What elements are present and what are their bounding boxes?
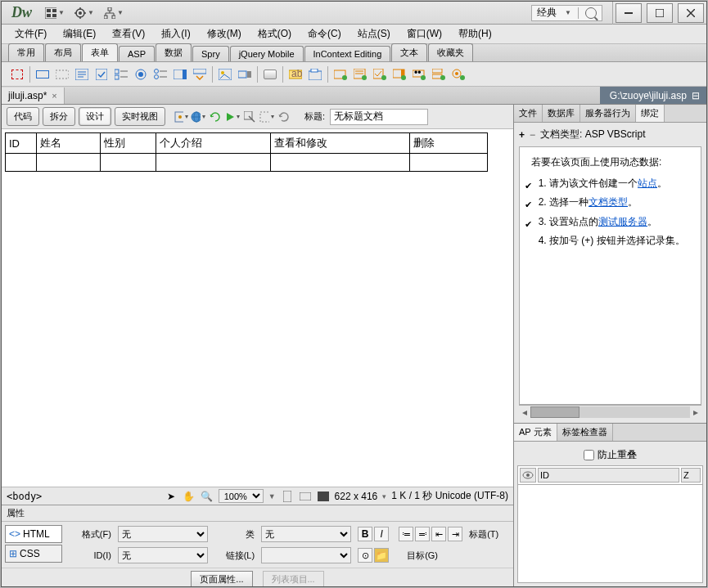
cell[interactable] <box>271 154 410 172</box>
rtab-ap-elements[interactable]: AP 元素 <box>514 424 557 441</box>
zoom-icon[interactable]: 🔍 <box>201 490 214 503</box>
spry-textarea-icon[interactable] <box>351 65 369 83</box>
add-binding-button[interactable]: + <box>519 129 525 141</box>
cattab-common[interactable]: 常用 <box>8 43 44 61</box>
italic-button[interactable]: I <box>374 527 389 541</box>
spry-password-icon[interactable]: •• <box>410 65 428 83</box>
menu-command[interactable]: 命令(C) <box>301 25 348 43</box>
spry-confirm-icon[interactable] <box>430 65 448 83</box>
point-to-file-icon[interactable]: ⊙ <box>358 548 372 563</box>
menu-modify[interactable]: 修改(M) <box>201 25 248 43</box>
props-mode-html[interactable]: <>HTML <box>5 525 62 543</box>
cattab-ice[interactable]: InContext Editing <box>304 46 391 61</box>
menu-window[interactable]: 窗口(W) <box>400 25 449 43</box>
th-name[interactable]: 姓名 <box>37 133 101 154</box>
select-icon[interactable] <box>171 65 189 83</box>
document-tab[interactable]: jiluji.asp* × <box>2 88 65 104</box>
design-canvas[interactable]: ID 姓名 性别 个人介绍 查看和修改 删除 <box>2 129 513 487</box>
cell[interactable] <box>6 154 37 172</box>
menu-site[interactable]: 站点(S) <box>351 25 397 43</box>
cattab-text[interactable]: 文本 <box>391 43 427 61</box>
ol-button[interactable]: ≕ <box>415 527 430 541</box>
link-select[interactable] <box>261 547 351 563</box>
globe-icon[interactable]: ▾ <box>191 110 205 124</box>
bold-button[interactable]: B <box>358 527 372 541</box>
hand-icon[interactable]: ✋ <box>183 490 196 503</box>
cell[interactable] <box>156 154 271 172</box>
cattab-data[interactable]: 数据 <box>156 43 192 61</box>
scroll-thumb[interactable] <box>530 406 579 418</box>
rtab-server-behaviors[interactable]: 服务器行为 <box>580 105 636 122</box>
ul-button[interactable]: ≔ <box>399 527 413 541</box>
menu-help[interactable]: 帮助(H) <box>452 25 498 43</box>
menu-format[interactable]: 格式(O) <box>251 25 298 43</box>
maximize-button[interactable] <box>647 3 673 23</box>
minimize-button[interactable] <box>616 3 642 23</box>
data-table[interactable]: ID 姓名 性别 个人介绍 查看和修改 删除 <box>5 132 488 172</box>
menu-file[interactable]: 文件(F) <box>8 25 53 43</box>
bindings-hscroll[interactable]: ◂ ▸ <box>519 405 701 418</box>
ap-col-z[interactable]: Z <box>681 468 701 483</box>
cattab-asp[interactable]: ASP <box>119 46 155 61</box>
spry-radio-icon[interactable] <box>449 65 467 83</box>
doc-menu-icon[interactable]: ⊟ <box>692 90 700 101</box>
rtab-tag-inspector[interactable]: 标签检查器 <box>557 424 613 441</box>
props-mode-css[interactable]: ⊞CSS <box>5 545 62 563</box>
tag-selector[interactable]: <body> <box>7 491 42 502</box>
size-preset2-icon[interactable] <box>299 490 312 503</box>
menu-edit[interactable]: 编辑(E) <box>56 25 102 43</box>
checkbox-group-icon[interactable] <box>112 65 130 83</box>
refresh-icon[interactable] <box>277 110 291 124</box>
browse-folder-icon[interactable]: 📁 <box>374 548 389 563</box>
spry-text-icon[interactable] <box>331 65 349 83</box>
scroll-left-icon[interactable]: ◂ <box>519 406 530 418</box>
textarea-icon[interactable] <box>73 65 91 83</box>
radio-group-icon[interactable] <box>151 65 169 83</box>
ap-col-eye[interactable] <box>520 468 536 483</box>
properties-header[interactable]: 属性 <box>2 505 513 522</box>
textfield-icon[interactable] <box>34 65 52 83</box>
rtab-database[interactable]: 数据库 <box>543 105 580 122</box>
class-select[interactable]: 无 <box>261 526 351 542</box>
prevent-overlap-checkbox[interactable] <box>584 450 594 460</box>
remove-binding-button[interactable]: − <box>530 129 535 141</box>
checkbox-icon[interactable] <box>92 65 110 83</box>
th-gender[interactable]: 性别 <box>101 133 156 154</box>
rtab-bindings[interactable]: 绑定 <box>636 105 665 122</box>
size-preset3-icon[interactable] <box>317 490 330 503</box>
canvas-dims[interactable]: 622 x 416 <box>335 491 378 502</box>
th-id[interactable]: ID <box>6 133 37 154</box>
menu-insert[interactable]: 插入(I) <box>155 25 196 43</box>
doctype-link[interactable]: 文档类型 <box>588 196 628 208</box>
gear-icon[interactable]: ▼ <box>74 5 94 21</box>
label-icon[interactable]: abc <box>286 65 304 83</box>
file-field-icon[interactable] <box>236 65 254 83</box>
th-intro[interactable]: 个人介绍 <box>156 133 271 154</box>
outdent-button[interactable]: ⇤ <box>431 527 446 541</box>
close-tab-icon[interactable]: × <box>52 91 56 101</box>
indent-button[interactable]: ⇥ <box>448 527 462 541</box>
cell[interactable] <box>101 154 156 172</box>
create-site-link[interactable]: 站点 <box>638 177 657 189</box>
visual-aids-icon[interactable]: ▾ <box>259 110 274 124</box>
view-code-button[interactable]: 代码 <box>7 107 39 126</box>
th-delete[interactable]: 删除 <box>410 133 488 154</box>
search-icon[interactable] <box>585 7 597 19</box>
cell[interactable] <box>410 154 488 172</box>
rtab-files[interactable]: 文件 <box>514 105 543 122</box>
page-properties-button[interactable]: 页面属性... <box>191 571 252 586</box>
cattab-layout[interactable]: 布局 <box>45 43 81 61</box>
ap-elements-list[interactable] <box>517 485 703 583</box>
button-icon[interactable] <box>261 65 279 83</box>
id-select[interactable]: 无 <box>118 547 208 563</box>
cattab-spry[interactable]: Spry <box>192 46 229 61</box>
ap-col-id[interactable]: ID <box>538 468 679 483</box>
inspect-icon[interactable] <box>242 110 257 124</box>
radio-icon[interactable] <box>132 65 150 83</box>
spry-select-icon[interactable] <box>390 65 408 83</box>
th-viewedit[interactable]: 查看和修改 <box>271 133 410 154</box>
pointer-icon[interactable]: ➤ <box>165 490 178 503</box>
fieldset-icon[interactable] <box>306 65 324 83</box>
image-field-icon[interactable] <box>216 65 234 83</box>
view-split-button[interactable]: 拆分 <box>43 107 75 126</box>
